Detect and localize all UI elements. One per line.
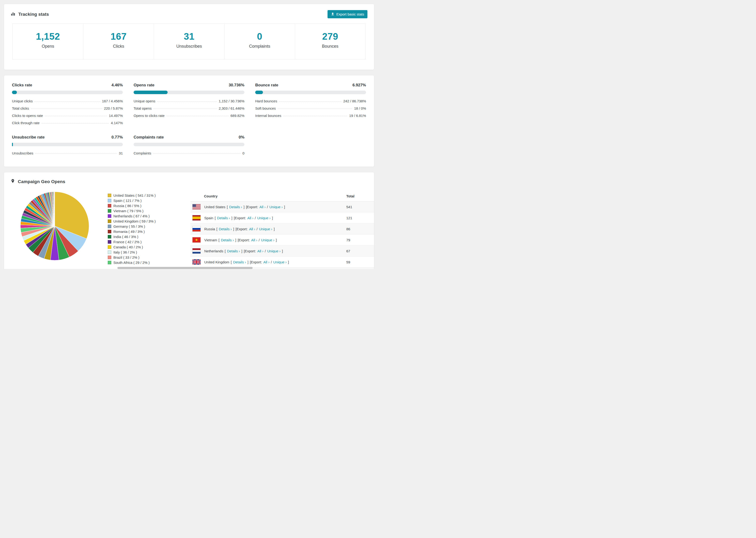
legend-label: Canada ( 40 / 2% ) — [113, 245, 143, 249]
rate-row-value: 19 / 6.81% — [349, 114, 366, 118]
geo-table: Country Total United States[Details ›][E… — [190, 191, 374, 269]
slash-separator: / — [255, 216, 256, 220]
export-all-link[interactable]: All › — [259, 205, 266, 209]
stat-value: 167 — [86, 31, 151, 42]
stat-label: Complaints — [227, 44, 292, 49]
export-all-link[interactable]: All › — [249, 227, 255, 231]
details-link[interactable]: Details › — [227, 249, 240, 253]
rate-progress-fill — [12, 143, 13, 146]
rate-row-label: Opens to clicks rate — [134, 114, 165, 118]
geo-body: United States ( 541 / 31% )Spain ( 121 /… — [4, 190, 374, 269]
details-link[interactable]: Details › — [229, 205, 242, 209]
legend-label: Spain ( 121 / 7% ) — [113, 198, 141, 202]
dotted-leader — [153, 153, 241, 154]
stat-label: Clicks — [86, 44, 151, 49]
legend-item: Italy ( 36 / 2% ) — [108, 249, 190, 255]
bracket-close: ] — [274, 227, 275, 231]
export-label: [Export: — [246, 205, 258, 209]
bracket-close: ] — [272, 216, 273, 220]
rate-row: Internal bounces19 / 6.81% — [255, 112, 366, 119]
rate-progress-fill — [255, 91, 263, 94]
rate-row-value: 4.147% — [111, 121, 123, 125]
stat-box: 167Clicks — [83, 24, 153, 59]
export-unique-link[interactable]: Unique › — [257, 216, 270, 220]
country-total: 79 — [346, 235, 374, 245]
stat-value: 279 — [297, 31, 363, 42]
tracking-stats-header: Tracking stats Export basic stats — [4, 4, 374, 24]
dotted-leader — [157, 101, 217, 102]
legend-swatch — [108, 214, 111, 218]
details-link[interactable]: Details › — [217, 216, 230, 220]
export-unique-link[interactable]: Unique › — [267, 249, 281, 253]
export-icon — [331, 12, 335, 17]
rate-row: Opens to clicks rate689.82% — [134, 112, 244, 119]
export-basic-stats-label: Export basic stats — [337, 12, 364, 16]
legend-swatch — [108, 230, 111, 233]
rate-row-value: 1,152 / 30.736% — [219, 99, 244, 103]
country-name: Vietnam — [204, 238, 217, 242]
bracket-close: ] — [232, 216, 233, 220]
rate-percent: 6.927% — [352, 83, 366, 87]
rate-percent: 0% — [239, 135, 244, 140]
legend-item: Canada ( 40 / 2% ) — [108, 244, 190, 249]
legend-item: Brazil ( 33 / 2% ) — [108, 255, 190, 260]
geo-legend: United States ( 541 / 31% )Spain ( 121 /… — [108, 191, 190, 265]
bracket-close: ] — [247, 260, 248, 264]
bracket-open: [ — [216, 227, 217, 231]
rate-row-label: Unique opens — [134, 99, 155, 103]
export-label: [Export: — [236, 227, 248, 231]
rate-panel: Opens rate30.736%Unique opens1,152 / 30.… — [134, 83, 244, 127]
legend-swatch — [108, 225, 111, 228]
legend-swatch — [108, 235, 111, 239]
legend-item: Spain ( 121 / 7% ) — [108, 198, 190, 203]
slash-separator: / — [271, 260, 272, 264]
bracket-open: [ — [225, 249, 226, 253]
horizontal-scrollbar-thumb[interactable] — [117, 267, 253, 269]
export-all-link[interactable]: All › — [257, 249, 263, 253]
legend-label: France ( 42 / 2% ) — [113, 240, 141, 244]
geo-pie-chart-wrap — [20, 191, 93, 262]
export-all-link[interactable]: All › — [251, 238, 257, 242]
country-name: United States — [204, 205, 225, 209]
geo-table-row: Netherlands[Details ›][Export:All ›/Uniq… — [190, 245, 374, 256]
country-name: United Kingdom — [204, 260, 229, 264]
rate-row-value: 689.82% — [231, 114, 244, 118]
legend-label: United States ( 541 / 31% ) — [113, 193, 156, 197]
bracket-close: ] — [276, 238, 277, 242]
details-link[interactable]: Details › — [221, 238, 234, 242]
bracket-open: [ — [219, 238, 220, 242]
rate-row-label: Internal bounces — [255, 114, 281, 118]
export-label: [Export: — [244, 249, 256, 253]
bracket-open: [ — [231, 260, 232, 264]
legend-swatch — [108, 250, 111, 254]
export-unique-link[interactable]: Unique › — [273, 260, 287, 264]
export-unique-link[interactable]: Unique › — [259, 227, 272, 231]
legend-label: Netherlands ( 67 / 4% ) — [113, 214, 149, 218]
export-unique-link[interactable]: Unique › — [269, 205, 283, 209]
stat-label: Opens — [15, 44, 81, 49]
rate-row: Clicks to opens rate14.497% — [12, 112, 123, 119]
export-all-link[interactable]: All › — [263, 260, 270, 264]
dotted-leader — [45, 116, 107, 116]
dotted-leader — [283, 116, 347, 116]
rate-title: Clicks rate — [12, 83, 32, 87]
campaign-geo-opens-header: Campaign Geo Opens — [4, 172, 374, 190]
gb-flag-icon — [192, 259, 201, 265]
geo-table-row: Russia[Details ›][Export:All ›/Unique ›]… — [190, 224, 374, 235]
legend-swatch — [108, 219, 111, 223]
export-basic-stats-button[interactable]: Export basic stats — [328, 10, 367, 18]
stat-box: 1,152Opens — [13, 24, 83, 59]
slash-separator: / — [257, 227, 257, 231]
legend-swatch — [108, 256, 111, 259]
details-link[interactable]: Details › — [219, 227, 232, 231]
legend-item: South Africa ( 29 / 2% ) — [108, 260, 190, 265]
legend-label: South Africa ( 29 / 2% ) — [113, 260, 149, 265]
export-unique-link[interactable]: Unique › — [261, 238, 274, 242]
legend-item: United Kingdom ( 59 / 3% ) — [108, 219, 190, 224]
details-link[interactable]: Details › — [233, 260, 246, 264]
bracket-close: ] — [288, 260, 289, 264]
rate-row-value: 14.497% — [109, 114, 123, 118]
dotted-leader — [278, 109, 352, 109]
rate-row-value: 2,303 / 61.446% — [219, 106, 244, 110]
export-all-link[interactable]: All › — [247, 216, 253, 220]
